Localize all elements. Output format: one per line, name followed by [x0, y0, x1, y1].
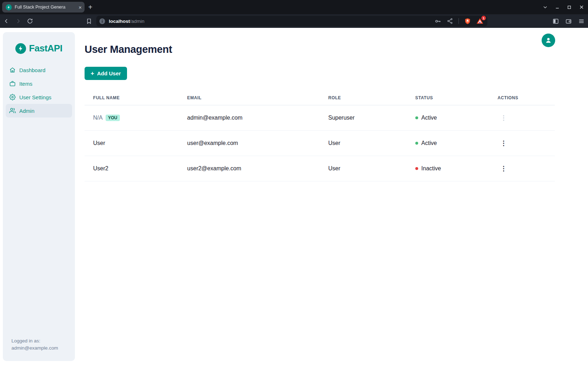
cell-role: User: [320, 156, 407, 181]
sidebar-item-dashboard[interactable]: Dashboard: [6, 63, 72, 77]
cell-email: user2@example.com: [179, 156, 320, 181]
tab-title: Full Stack Project Genera: [15, 5, 77, 10]
bookmark-icon[interactable]: [85, 17, 92, 25]
table-row: User user@example.com User Active ⋮: [85, 131, 555, 156]
tab-search-chevron-icon[interactable]: [542, 4, 548, 10]
sidebar-item-label: User Settings: [19, 94, 51, 100]
logo-text: FastAPI: [29, 43, 62, 54]
cell-email: admin@example.com: [179, 105, 320, 131]
user-menu-button[interactable]: [542, 34, 555, 47]
logged-in-info: Logged in as: admin@example.com: [3, 337, 75, 361]
rewards-badge: 1: [481, 16, 486, 20]
wallet-icon[interactable]: [565, 17, 572, 25]
forward-button[interactable]: [15, 17, 22, 25]
header-role: ROLE: [320, 91, 407, 105]
back-button[interactable]: [3, 17, 10, 25]
fastapi-favicon-icon: [6, 4, 12, 10]
nav-buttons: [3, 14, 34, 28]
logged-in-email: admin@example.com: [11, 345, 66, 352]
header-status: STATUS: [407, 91, 489, 105]
site-info-icon[interactable]: [99, 18, 105, 24]
sidebar-item-label: Dashboard: [19, 67, 45, 73]
url-text: localhost/admin: [109, 19, 145, 24]
page-title: User Management: [85, 44, 555, 55]
address-bar-actions: 1: [434, 17, 484, 25]
cell-role: Superuser: [320, 105, 407, 131]
status-dot: [415, 167, 418, 170]
menu-hamburger-icon[interactable]: [578, 17, 585, 25]
cell-status: Inactive: [421, 165, 441, 172]
cell-full-name: User2: [85, 156, 179, 181]
row-actions-kebab-icon[interactable]: ⋮: [497, 165, 510, 172]
user-avatar-icon: [545, 37, 552, 44]
divider: [458, 18, 459, 24]
plus-icon: +: [91, 70, 94, 77]
cell-email: user@example.com: [179, 131, 320, 156]
close-window-button[interactable]: [578, 4, 584, 10]
add-user-label: Add User: [97, 70, 121, 76]
browser-window: Full Stack Project Genera × +: [0, 0, 588, 366]
you-badge: YOU: [106, 115, 120, 121]
header-full-name: FULL NAME: [85, 91, 179, 105]
table-header-row: FULL NAME EMAIL ROLE STATUS ACTIONS: [85, 91, 555, 105]
tab-bar: Full Stack Project Genera × +: [0, 0, 588, 14]
header-email: EMAIL: [179, 91, 320, 105]
page-content: FastAPI Dashboard Items User Settings: [0, 28, 588, 366]
add-user-button[interactable]: + Add User: [85, 67, 127, 80]
cell-full-name: User: [85, 131, 179, 156]
cell-status: Active: [421, 115, 437, 121]
cell-role: User: [320, 131, 407, 156]
reload-button[interactable]: [26, 17, 34, 25]
url-host: localhost: [109, 19, 130, 24]
sidebar: FastAPI Dashboard Items User Settings: [3, 32, 75, 361]
brave-rewards-icon[interactable]: 1: [476, 17, 484, 25]
table-row: N/AYOU admin@example.com Superuser Activ…: [85, 105, 555, 131]
row-actions-kebab-icon[interactable]: ⋮: [497, 139, 510, 147]
logged-in-label: Logged in as:: [11, 337, 66, 345]
status-dot: [415, 116, 418, 119]
users-table: FULL NAME EMAIL ROLE STATUS ACTIONS N/AY…: [85, 91, 555, 181]
sidebar-item-label: Items: [19, 81, 32, 87]
minimize-button[interactable]: [554, 4, 560, 10]
brave-shield-icon[interactable]: [464, 17, 471, 25]
cell-full-name: N/A: [93, 115, 103, 121]
url-path: /admin: [130, 19, 145, 24]
toolbar-right: [552, 14, 585, 28]
main-area: User Management + Add User FULL NAME EMA…: [75, 28, 588, 366]
address-bar[interactable]: localhost/admin 1: [96, 16, 487, 26]
share-icon[interactable]: [446, 17, 453, 25]
window-controls: [542, 0, 584, 14]
row-actions-kebab-icon: ⋮: [497, 114, 510, 122]
sidebar-item-items[interactable]: Items: [6, 77, 72, 90]
status-dot: [415, 142, 418, 145]
header-actions: ACTIONS: [489, 91, 555, 105]
fastapi-bolt-icon: [15, 43, 26, 54]
tab-close-icon[interactable]: ×: [78, 5, 82, 10]
table-row: User2 user2@example.com User Inactive ⋮: [85, 156, 555, 181]
sidebar-nav: Dashboard Items User Settings Admin: [3, 63, 75, 117]
sidebar-item-label: Admin: [19, 108, 35, 114]
fastapi-logo: FastAPI: [3, 43, 75, 54]
new-tab-button[interactable]: +: [86, 2, 95, 12]
sidebar-item-admin[interactable]: Admin: [6, 104, 72, 117]
sidebar-panel-icon[interactable]: [552, 17, 559, 25]
browser-tab[interactable]: Full Stack Project Genera ×: [2, 2, 85, 12]
sidebar-item-user-settings[interactable]: User Settings: [6, 90, 72, 104]
browser-toolbar: localhost/admin 1: [0, 14, 588, 28]
maximize-button[interactable]: [566, 4, 572, 10]
password-key-icon[interactable]: [434, 17, 441, 25]
cell-status: Active: [421, 140, 437, 146]
